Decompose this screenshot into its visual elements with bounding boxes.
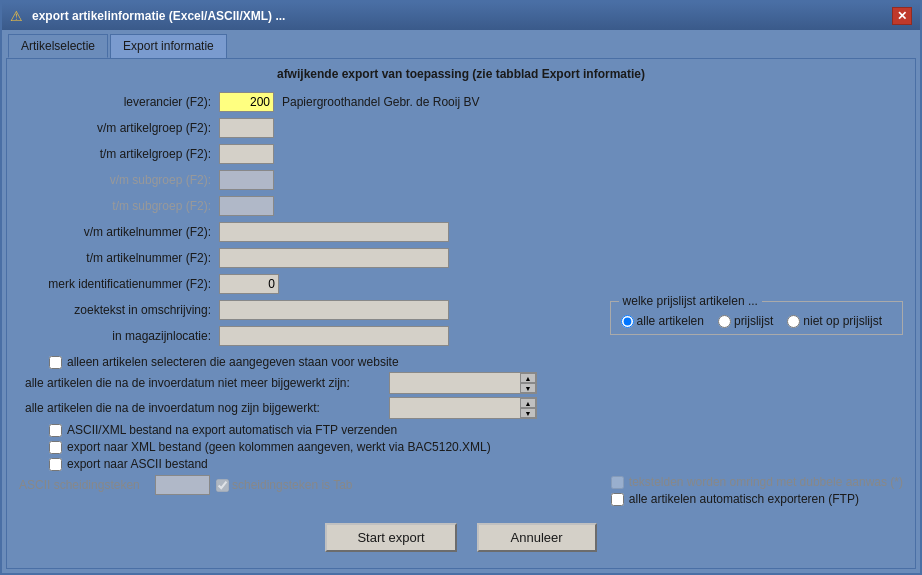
vm-subgroep-input: [219, 170, 274, 190]
tm-artikelnummer-input[interactable]: [219, 248, 449, 268]
website-checkbox-row: alleen artikelen selecteren die aangegev…: [19, 355, 903, 369]
button-row: Start export Annuleer: [19, 517, 903, 552]
vm-artikelnummer-row: v/m artikelnummer (F2):: [19, 221, 903, 243]
leverancier-row: leverancier (F2): Papiergroothandel Gebr…: [19, 91, 903, 113]
scheidingsteken-label: scheidingsteken is Tab: [232, 478, 353, 492]
content-area: afwijkende export van toepassing (zie ta…: [6, 58, 916, 569]
cb-tekstelden: [611, 476, 624, 489]
cb-ascii-bestand-label: export naar ASCII bestand: [67, 457, 208, 471]
date-row-1: alle artikelen die na de invoerdatum nie…: [19, 372, 903, 394]
cb-automatisch[interactable]: [611, 493, 624, 506]
merk-input[interactable]: [219, 274, 279, 294]
radio-row: alle artikelen prijslijst niet op prijsl…: [621, 314, 892, 328]
zoektekst-row: zoektekst in omschrijving:: [19, 299, 592, 321]
date-spin-down-2[interactable]: ▼: [520, 408, 536, 418]
magazijnlocatie-label: in magazijnlocatie:: [19, 329, 219, 343]
radio-prijslijst-label: prijslijst: [734, 314, 773, 328]
warning-text: afwijkende export van toepassing (zie ta…: [19, 67, 903, 81]
date-input-1[interactable]: [390, 373, 520, 393]
merk-label: merk identificatienummer (F2):: [19, 277, 219, 291]
vm-artikelnummer-input[interactable]: [219, 222, 449, 242]
radio-niet-op-input[interactable]: [787, 315, 800, 328]
radio-niet-op-label: niet op prijslijst: [803, 314, 882, 328]
titlebar-title: export artikelinformatie (Excel/ASCII/XM…: [32, 9, 285, 23]
radio-niet-op[interactable]: niet op prijslijst: [787, 314, 882, 328]
date-spin-up-2[interactable]: ▲: [520, 398, 536, 408]
tm-subgroep-label: t/m subgroep (F2):: [19, 199, 219, 213]
cb-xml-bestand-label: export naar XML bestand (geen kolommen a…: [67, 440, 491, 454]
date-spin-1[interactable]: ▲ ▼: [389, 372, 537, 394]
radio-prijslijst-input[interactable]: [718, 315, 731, 328]
ascii-scheidingsteken-label: ASCII scheidingsteken: [19, 478, 149, 492]
scheidingsteken-check-label: scheidingsteken is Tab: [216, 478, 353, 492]
radio-alle-input[interactable]: [621, 315, 634, 328]
start-export-button[interactable]: Start export: [325, 523, 456, 552]
checkbox-automatisch: alle artikelen automatisch exporteren (F…: [611, 492, 903, 506]
titlebar-left: ⚠ export artikelinformatie (Excel/ASCII/…: [10, 8, 285, 24]
annuleer-button[interactable]: Annuleer: [477, 523, 597, 552]
date-spin-2[interactable]: ▲ ▼: [389, 397, 537, 419]
zoektekst-label: zoektekst in omschrijving:: [19, 303, 219, 317]
date-label-2: alle artikelen die na de invoerdatum nog…: [19, 401, 389, 415]
leverancier-input[interactable]: [219, 92, 274, 112]
magazijnlocatie-row: in magazijnlocatie:: [19, 325, 592, 347]
titlebar: ⚠ export artikelinformatie (Excel/ASCII/…: [2, 2, 920, 30]
date-row-2: alle artikelen die na de invoerdatum nog…: [19, 397, 903, 419]
radio-prijslijst[interactable]: prijslijst: [718, 314, 773, 328]
ascii-input: [155, 475, 210, 495]
date-spin-buttons-1: ▲ ▼: [520, 373, 536, 393]
merk-row: merk identificatienummer (F2):: [19, 273, 903, 295]
warning-icon: ⚠: [10, 8, 26, 24]
vm-artikelgroep-input[interactable]: [219, 118, 274, 138]
cb-ascii-xml-ftp-label: ASCII/XML bestand na export automatisch …: [67, 423, 397, 437]
date-input-2[interactable]: [390, 398, 520, 418]
vm-artikelgroep-label: v/m artikelgroep (F2):: [19, 121, 219, 135]
vm-subgroep-row: v/m subgroep (F2):: [19, 169, 903, 191]
tm-artikelgroep-label: t/m artikelgroep (F2):: [19, 147, 219, 161]
tab-artikelselectie[interactable]: Artikelselectie: [8, 34, 108, 58]
vm-artikelnummer-label: v/m artikelnummer (F2):: [19, 225, 219, 239]
radio-alle-artikelen[interactable]: alle artikelen: [621, 314, 704, 328]
cb-xml-bestand[interactable]: [49, 441, 62, 454]
prijslijst-legend: welke prijslijst artikelen ...: [619, 294, 762, 308]
leverancier-label: leverancier (F2):: [19, 95, 219, 109]
website-checkbox-label: alleen artikelen selecteren die aangegev…: [67, 355, 399, 369]
radio-alle-label: alle artikelen: [637, 314, 704, 328]
tm-artikelnummer-label: t/m artikelnummer (F2):: [19, 251, 219, 265]
main-window: ⚠ export artikelinformatie (Excel/ASCII/…: [0, 0, 922, 575]
prijslijst-group: welke prijslijst artikelen ... alle arti…: [610, 301, 903, 335]
close-button[interactable]: ✕: [892, 7, 912, 25]
checkbox-xml-bestand: export naar XML bestand (geen kolommen a…: [19, 440, 903, 454]
tm-artikelgroep-row: t/m artikelgroep (F2):: [19, 143, 903, 165]
date-label-1: alle artikelen die na de invoerdatum nie…: [19, 376, 389, 390]
tm-subgroep-row: t/m subgroep (F2):: [19, 195, 903, 217]
date-spin-up-1[interactable]: ▲: [520, 373, 536, 383]
checkbox-tekstelden: tekstelden worden omringd met dubbele aa…: [611, 475, 903, 489]
tm-artikelgroep-input[interactable]: [219, 144, 274, 164]
cb-tekstelden-label: tekstelden worden omringd met dubbele aa…: [629, 475, 903, 489]
cb-ascii-bestand[interactable]: [49, 458, 62, 471]
zoektekst-input[interactable]: [219, 300, 449, 320]
vm-artikelgroep-row: v/m artikelgroep (F2):: [19, 117, 903, 139]
supplier-name: Papiergroothandel Gebr. de Rooij BV: [282, 95, 479, 109]
tabs-bar: Artikelselectie Export informatie: [2, 30, 920, 58]
date-spin-buttons-2: ▲ ▼: [520, 398, 536, 418]
magazijnlocatie-input[interactable]: [219, 326, 449, 346]
tab-export-informatie[interactable]: Export informatie: [110, 34, 227, 58]
cb-ascii-xml-ftp[interactable]: [49, 424, 62, 437]
date-spin-down-1[interactable]: ▼: [520, 383, 536, 393]
website-checkbox[interactable]: [49, 356, 62, 369]
scheidingsteken-checkbox: [216, 479, 229, 492]
vm-subgroep-label: v/m subgroep (F2):: [19, 173, 219, 187]
checkbox-ascii-bestand: export naar ASCII bestand: [19, 457, 903, 471]
tm-subgroep-input: [219, 196, 274, 216]
checkbox-ascii-xml-ftp: ASCII/XML bestand na export automatisch …: [19, 423, 903, 437]
cb-automatisch-label: alle artikelen automatisch exporteren (F…: [629, 492, 859, 506]
tm-artikelnummer-row: t/m artikelnummer (F2):: [19, 247, 903, 269]
